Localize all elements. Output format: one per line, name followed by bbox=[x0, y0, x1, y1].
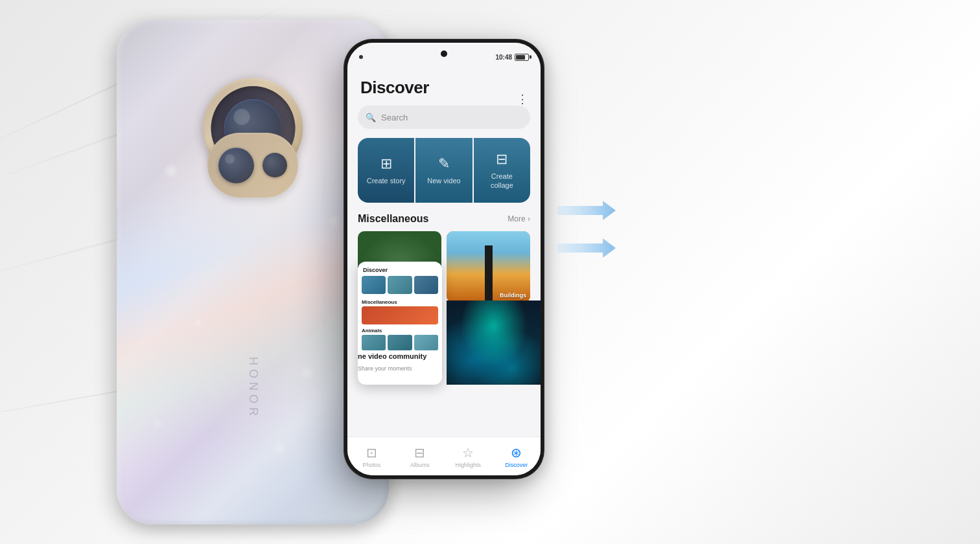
albums-icon: ⊟ bbox=[414, 445, 425, 460]
nav-highlights[interactable]: ☆ Highlights bbox=[444, 445, 493, 468]
camera-module bbox=[201, 78, 305, 198]
camera-ring-outer bbox=[203, 78, 303, 178]
honor-brand-text: HONOR bbox=[246, 357, 260, 420]
camera-lens-main bbox=[224, 99, 282, 157]
nested-img-d bbox=[362, 335, 386, 350]
new-video-button[interactable]: ✎ New video bbox=[415, 138, 472, 203]
nested-section-1: Miscellaneous bbox=[358, 297, 442, 306]
discover-nav-icon: ⊛ bbox=[511, 445, 522, 460]
discover-nav-label: Discover bbox=[505, 462, 528, 468]
highlights-icon: ☆ bbox=[462, 445, 474, 460]
new-video-label: New video bbox=[427, 176, 460, 185]
nested-section-2: Animals bbox=[358, 326, 442, 335]
create-collage-label: Createcollage bbox=[491, 172, 513, 190]
camera-ring-inner bbox=[211, 86, 295, 170]
search-icon: 🔍 bbox=[366, 113, 376, 122]
quick-actions-grid: ⊞ Create story ✎ New video ⊟ Createcolla… bbox=[358, 138, 530, 203]
camera-module-lower bbox=[207, 133, 298, 198]
battery-icon bbox=[515, 54, 529, 61]
share-text: Share your moments bbox=[347, 365, 541, 372]
arrow-shape-1 bbox=[557, 201, 616, 220]
scene: HONOR 10:48 ⋮ bbox=[0, 0, 980, 544]
bottom-navigation: ⊡ Photos ⊟ Albums ☆ Highlights ⊛ Discove… bbox=[347, 436, 541, 475]
svg-marker-0 bbox=[557, 201, 616, 220]
create-story-label: Create story bbox=[367, 176, 406, 185]
aurora-image bbox=[447, 300, 541, 385]
search-bar[interactable]: 🔍 Search bbox=[358, 106, 530, 129]
misc-title: Miscellaneous bbox=[358, 213, 428, 225]
create-story-icon: ⊞ bbox=[380, 155, 392, 172]
signal-dot bbox=[359, 55, 363, 59]
misc-item-buildings[interactable]: Buildings bbox=[447, 231, 530, 302]
menu-dots-button[interactable]: ⋮ bbox=[517, 93, 529, 105]
photos-label: Photos bbox=[362, 462, 380, 468]
arrows-container bbox=[557, 201, 616, 276]
camera-lens-secondary bbox=[218, 148, 254, 183]
nested-img-b bbox=[388, 276, 412, 294]
nested-img-c bbox=[414, 276, 438, 294]
front-camera bbox=[441, 51, 447, 57]
phone-front: 10:48 ⋮ Discover 🔍 Search bbox=[344, 39, 544, 479]
photos-icon: ⊡ bbox=[366, 445, 377, 460]
nested-row-2 bbox=[362, 335, 438, 350]
battery-fill bbox=[516, 55, 525, 60]
misc-more-button[interactable]: More › bbox=[508, 214, 530, 223]
nav-discover[interactable]: ⊛ Discover bbox=[493, 445, 541, 468]
phone-screen: 10:48 ⋮ Discover 🔍 Search bbox=[347, 43, 541, 475]
status-left bbox=[359, 55, 363, 59]
create-collage-button[interactable]: ⊟ Createcollage bbox=[474, 138, 530, 203]
arrow-2 bbox=[557, 238, 616, 258]
arrow-1 bbox=[557, 201, 616, 220]
albums-label: Albums bbox=[410, 462, 430, 468]
nested-discover-title: Discover bbox=[358, 262, 442, 276]
nav-albums[interactable]: ⊟ Albums bbox=[396, 445, 445, 468]
buildings-label: Buildings bbox=[500, 292, 526, 299]
nested-wide-img bbox=[362, 306, 438, 324]
time-display: 10:48 bbox=[495, 54, 512, 61]
nested-img-f bbox=[414, 335, 438, 350]
screen-content: ⋮ Discover 🔍 Search ⊞ Create story ✎ bbox=[347, 66, 541, 436]
status-right: 10:48 bbox=[495, 54, 529, 61]
highlights-label: Highlights bbox=[455, 462, 481, 468]
nested-img-a bbox=[362, 276, 386, 294]
video-community-text: ne video community bbox=[347, 352, 541, 360]
nav-photos[interactable]: ⊡ Photos bbox=[347, 445, 396, 468]
svg-marker-1 bbox=[557, 238, 616, 258]
new-video-icon: ✎ bbox=[438, 155, 450, 172]
create-story-button[interactable]: ⊞ Create story bbox=[358, 138, 414, 203]
misc-section-header: Miscellaneous More › bbox=[347, 213, 541, 231]
create-collage-icon: ⊟ bbox=[496, 151, 508, 168]
camera-lens-tertiary bbox=[262, 153, 287, 177]
search-placeholder-text: Search bbox=[381, 113, 408, 122]
nested-img-e bbox=[388, 335, 412, 350]
arrow-shape-2 bbox=[557, 238, 616, 258]
nested-row-1 bbox=[362, 276, 438, 294]
discover-title: Discover bbox=[347, 66, 541, 106]
